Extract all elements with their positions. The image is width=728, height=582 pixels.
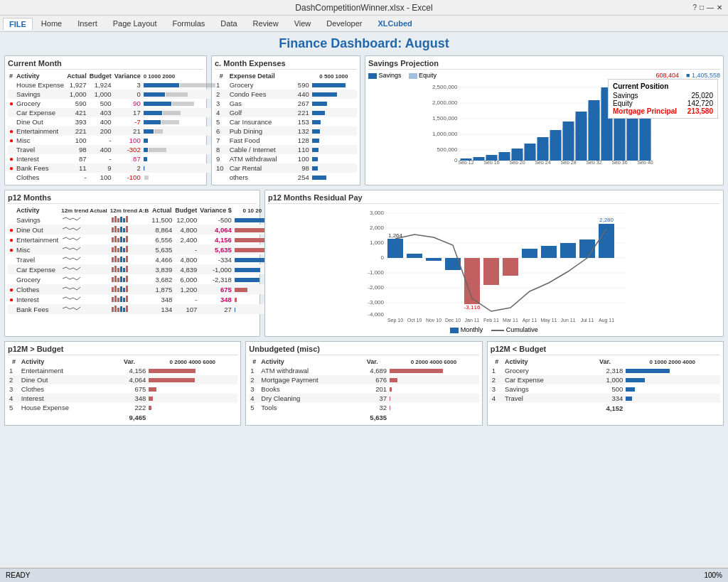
table-row: 5 Tools 32	[249, 403, 478, 412]
svg-rect-77	[120, 257, 122, 262]
table-row: 1 Grocery 2,318	[491, 366, 720, 375]
svg-rect-76	[117, 258, 119, 262]
svg-rect-107	[120, 306, 122, 312]
svg-text:2,500,000: 2,500,000	[432, 84, 458, 90]
svg-rect-85	[126, 266, 128, 272]
table-row: 3 Gas 267	[215, 99, 357, 108]
cp-equity: Equity 142,720	[613, 99, 713, 107]
svg-rect-50	[112, 217, 114, 222]
svg-rect-125	[387, 239, 403, 258]
svg-rect-84	[123, 268, 125, 272]
table-row: 3 Books 201	[249, 384, 478, 394]
svg-rect-72	[123, 248, 125, 252]
svg-text:3,000: 3,000	[370, 210, 385, 216]
p12m-less-budget-table: # Activity Var. 0 1000 2000 4000 1 Groce…	[491, 357, 720, 413]
tab-data[interactable]: Data	[213, 18, 244, 29]
p12-months-title: p12 Months	[8, 193, 257, 204]
svg-rect-64	[117, 238, 119, 242]
table-row: 3 Savings 500	[491, 384, 720, 394]
svg-rect-82	[117, 268, 119, 272]
table-row: 4 Travel 334	[491, 394, 720, 403]
table-row: 1 Grocery 590	[215, 80, 357, 90]
svg-text:Sep 32: Sep 32	[586, 160, 601, 164]
month-expenses-title: c. Month Expenses	[215, 59, 357, 70]
tab-review[interactable]: Review	[246, 18, 286, 29]
dashboard-title: Finance Dashboard: August	[4, 36, 724, 51]
svg-rect-103	[126, 296, 128, 302]
svg-text:500,000: 500,000	[437, 146, 458, 153]
svg-text:Jan 11: Jan 11	[464, 318, 479, 323]
table-row: 4 Interest 348	[8, 394, 237, 403]
svg-rect-91	[126, 276, 128, 282]
svg-rect-61	[126, 226, 128, 232]
tab-formulas[interactable]: Formulas	[165, 18, 212, 29]
tab-file[interactable]: FILE	[3, 18, 33, 30]
table-row: 6 Pub Dining 132	[215, 126, 357, 136]
p12-residual-panel: p12 Months Residual Pay 3,000 2,000 1,00…	[264, 190, 724, 337]
p12m-budget-title: p12M > Budget	[8, 345, 237, 355]
month-expenses-panel: c. Month Expenses # Expense Detail 0 500…	[211, 55, 360, 185]
svg-rect-32	[525, 144, 536, 161]
svg-rect-66	[123, 238, 125, 242]
svg-text:Oct 10: Oct 10	[407, 318, 422, 323]
top-row-panels: Current Month # Activity Actual Budget V…	[4, 55, 724, 185]
svg-rect-56	[112, 227, 114, 232]
svg-rect-132	[522, 249, 537, 258]
tab-xlcubed[interactable]: XLCubed	[370, 18, 419, 29]
svg-rect-51	[114, 216, 117, 222]
svg-rect-58	[117, 228, 119, 232]
svg-rect-89	[120, 276, 122, 282]
svg-rect-28	[473, 157, 485, 161]
tab-page-layout[interactable]: Page Layout	[106, 18, 164, 29]
ribbon: FILE Home Insert Page Layout Formulas Da…	[0, 16, 728, 32]
svg-rect-95	[120, 286, 122, 292]
svg-rect-63	[114, 236, 117, 242]
svg-rect-133	[541, 246, 557, 258]
svg-rect-34	[550, 130, 562, 161]
svg-rect-67	[126, 236, 128, 242]
svg-rect-65	[120, 237, 122, 242]
tab-view[interactable]: View	[287, 18, 318, 29]
svg-text:Sep 16: Sep 16	[483, 160, 499, 164]
svg-rect-130	[483, 258, 499, 285]
svg-rect-57	[114, 226, 117, 232]
svg-text:Sep 20: Sep 20	[509, 160, 525, 164]
tab-developer[interactable]: Developer	[319, 18, 369, 29]
table-row: 8 Cable / Internet 110	[215, 145, 357, 154]
svg-rect-127	[426, 258, 441, 261]
tab-insert[interactable]: Insert	[70, 18, 105, 29]
current-month-panel: Current Month # Activity Actual Budget V…	[4, 55, 207, 185]
zoom-level: 100%	[704, 571, 722, 579]
month-expenses-table: # Expense Detail 0 500 1000 1 Grocery 59…	[215, 72, 357, 182]
svg-rect-71	[120, 247, 122, 252]
table-row: 5 Car Insurance 153	[215, 117, 357, 126]
svg-rect-134	[560, 243, 576, 258]
svg-rect-30	[499, 152, 510, 161]
svg-rect-59	[120, 227, 122, 232]
p12m-budget-panel: p12M > Budget # Activity Var. 0 2000 400…	[4, 341, 241, 426]
p12-residual-chart-svg: 3,000 2,000 1,000 0 -1,000 -2,000 -3,000…	[268, 206, 720, 323]
svg-text:Dec 10: Dec 10	[445, 318, 461, 323]
svg-rect-86	[112, 277, 114, 282]
svg-rect-131	[503, 258, 518, 276]
table-row: 4 Golf 221	[215, 108, 357, 117]
svg-text:2,280: 2,280	[599, 217, 614, 223]
svg-text:1,264: 1,264	[388, 232, 403, 239]
svg-rect-94	[117, 288, 119, 292]
svg-text:Mar 11: Mar 11	[503, 318, 518, 323]
window-controls[interactable]: ? □ — ✕	[692, 4, 722, 11]
svg-text:Jul 11: Jul 11	[581, 318, 594, 323]
table-row: 5 House Expense 222	[8, 403, 237, 412]
svg-rect-37	[589, 100, 600, 161]
cp-savings: Savings 25,020	[613, 92, 713, 99]
status-ready: READY	[6, 571, 30, 579]
svg-text:2,000: 2,000	[370, 225, 385, 231]
svg-rect-98	[112, 297, 114, 302]
svg-rect-99	[114, 296, 117, 302]
title-bar: DashCompetitionWinner.xlsx - Excel ? □ —…	[0, 0, 728, 16]
svg-rect-53	[120, 217, 122, 222]
svg-rect-105	[114, 306, 117, 312]
table-row: 10 Car Rental 98	[215, 163, 357, 173]
svg-rect-31	[512, 149, 523, 161]
tab-home[interactable]: Home	[34, 18, 69, 29]
